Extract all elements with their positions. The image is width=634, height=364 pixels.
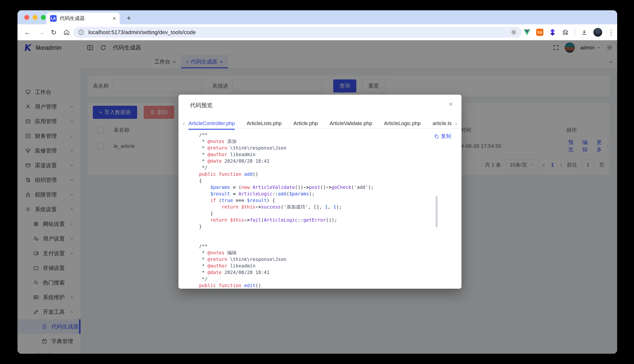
code-line: {: [199, 178, 444, 184]
file-tab-ArticleLogic.php[interactable]: ArticleLogic.php: [384, 120, 421, 126]
code-line: */: [199, 164, 444, 171]
code-line: /**: [199, 132, 444, 138]
react-devtools-icon[interactable]: [510, 28, 518, 36]
file-tab-Article.php[interactable]: Article.php: [294, 120, 318, 126]
browser-profile-avatar[interactable]: [594, 28, 602, 37]
forward-icon[interactable]: →: [38, 28, 44, 36]
code-line: * @return \think\response\Json: [199, 256, 444, 263]
tabs-divider: [178, 128, 462, 129]
code-scrollbar[interactable]: [436, 196, 438, 227]
code-line: public function add(): [199, 171, 444, 178]
address-bar[interactable]: localhost:5173/admin/setting/dev_tools/c…: [73, 27, 522, 38]
code-line: * @date 2024/08/28 18:41: [199, 158, 444, 164]
file-tab-ArticleLists.php[interactable]: ArticleLists.php: [247, 120, 282, 126]
browser-tabstrip: LA 代码生成器 × +: [18, 10, 617, 24]
code-line: if (true === $result) {: [199, 197, 444, 204]
code-preview-modal: 代码预览 × ‹ ArticleController.phpArticleLis…: [178, 95, 462, 289]
browser-tab[interactable]: LA 代码生成器 ×: [46, 12, 120, 24]
new-tab-button[interactable]: +: [127, 14, 131, 22]
browser-tab-title: 代码生成器: [60, 15, 110, 22]
vue-devtools-icon[interactable]: [524, 29, 530, 36]
code-line: [199, 230, 444, 236]
file-tabs: ArticleController.phpArticleLists.phpArt…: [188, 118, 452, 129]
code-line: return $this->fail(ArticleLogic::getErro…: [199, 217, 444, 223]
zoom-window-button[interactable]: [41, 15, 46, 20]
window-controls[interactable]: [24, 15, 46, 20]
file-tab-ArticleValidate.php[interactable]: ArticleValidate.php: [330, 120, 372, 126]
code-line: [199, 236, 444, 243]
site-info-icon[interactable]: [78, 29, 84, 36]
code-line: $params = (new ArticleValidate())->post(…: [199, 184, 444, 190]
code-line: /**: [199, 243, 444, 250]
diamond-extension-icon[interactable]: [549, 29, 556, 36]
code-line: * @return \think\response\Json: [199, 145, 444, 151]
file-tab-ArticleController.php[interactable]: ArticleController.php: [188, 120, 235, 126]
toolbar-divider: [574, 29, 575, 36]
downloads-icon[interactable]: [581, 29, 588, 36]
url-text[interactable]: localhost:5173/admin/setting/dev_tools/c…: [88, 29, 196, 36]
code-line: * @notes 添加: [199, 138, 444, 145]
code-line: return $this->success('添加成功', [], 1, 1);: [199, 204, 444, 210]
code-line: * @author likeadmin: [199, 151, 444, 158]
browser-menu-icon[interactable]: ⋮: [608, 28, 614, 36]
back-icon[interactable]: ←: [24, 28, 31, 36]
browser-window: LA 代码生成器 × + ← → ↻ localhost:5173/admin/…: [18, 10, 617, 354]
code-line: * @date 2024/08/28 18:41: [199, 269, 444, 276]
reload-icon[interactable]: ↻: [51, 28, 57, 36]
sq-extension-icon[interactable]: SQ: [536, 29, 543, 36]
code-line: * @author likeadmin: [199, 263, 444, 269]
code-line: */: [199, 276, 444, 282]
home-icon[interactable]: [63, 29, 70, 36]
modal-title: 代码预览: [190, 102, 212, 109]
favicon: LA: [50, 15, 57, 22]
tabs-scroll-right-icon[interactable]: ›: [455, 120, 457, 127]
modal-close-icon[interactable]: ×: [449, 100, 453, 108]
code-block: /** * @notes 添加 * @return \think\respons…: [199, 132, 444, 289]
file-tab-article.ts[interactable]: article.ts: [432, 120, 452, 126]
minimize-window-button[interactable]: [32, 15, 38, 20]
extensions-puzzle-icon[interactable]: [562, 29, 569, 36]
code-line: }: [199, 210, 444, 217]
code-line: $result = ArticleLogic::add($params);: [199, 190, 444, 197]
close-window-button[interactable]: [24, 15, 29, 20]
code-line: }: [199, 223, 444, 230]
code-line: * @notes 编辑: [199, 250, 444, 256]
code-line: public function edit(): [199, 282, 444, 289]
tabs-scroll-left-icon[interactable]: ‹: [183, 120, 185, 127]
extensions-row: SQ ⋮: [510, 25, 614, 39]
tab-close-icon[interactable]: ×: [113, 15, 116, 22]
